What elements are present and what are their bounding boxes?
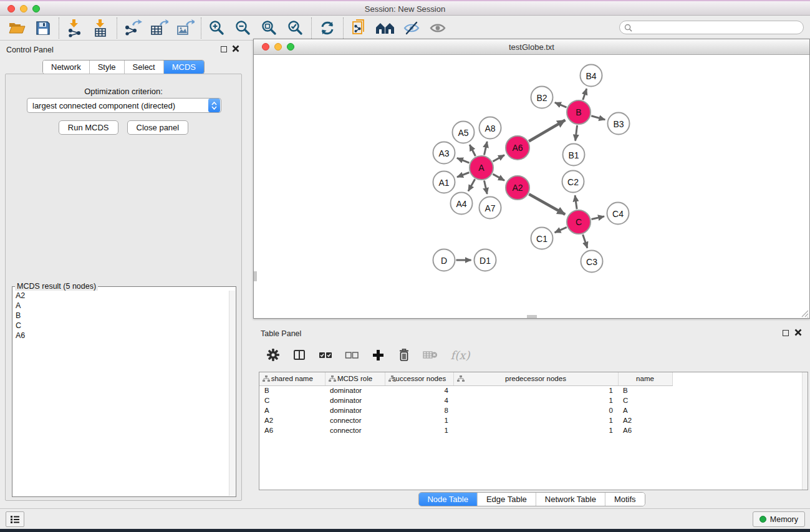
table-row[interactable]: Adominator80A [259, 405, 672, 415]
graph-edge[interactable] [529, 194, 565, 214]
graph-edge[interactable] [457, 158, 470, 163]
table-row[interactable]: Cdominator41C [259, 395, 672, 405]
graph-node[interactable]: B3 [607, 112, 630, 135]
zoom-selected-button[interactable] [282, 17, 309, 39]
graph-edge[interactable] [591, 116, 605, 120]
graph-node[interactable]: C [566, 210, 591, 235]
graph-edge[interactable] [583, 235, 587, 248]
table-cell[interactable]: C [618, 395, 672, 405]
zoom-out-button[interactable] [230, 17, 256, 39]
table-row[interactable]: A6connector11A6 [259, 425, 672, 435]
table-cell[interactable]: A2 [618, 415, 672, 425]
table-cell[interactable]: B [259, 385, 325, 395]
network-canvas[interactable]: B4B2BB3A8A5A6A3B1AC2A1A2A4A7C4CC1DD1C3 [254, 55, 809, 318]
table-cell[interactable]: 1 [453, 415, 618, 425]
function-builder-button[interactable]: f(x) [448, 346, 473, 364]
table-cell[interactable]: A2 [259, 415, 325, 425]
graph-edge[interactable] [468, 179, 475, 191]
graph-edge[interactable] [576, 125, 577, 141]
graph-edge[interactable] [529, 120, 565, 142]
network-vertical-scrollbar[interactable] [254, 271, 257, 281]
import-table-button[interactable] [88, 17, 114, 39]
graph-edge[interactable] [493, 155, 504, 162]
export-image-button[interactable] [172, 17, 198, 39]
graph-node[interactable]: C2 [562, 170, 585, 193]
table-cell[interactable]: connector [325, 415, 385, 425]
close-panel-button[interactable]: Close panel [127, 120, 189, 135]
graph-node[interactable]: D1 [474, 249, 497, 272]
table-row[interactable]: A2connector11A2 [259, 415, 672, 425]
tab-edge-table[interactable]: Edge Table [478, 493, 536, 506]
graph-node[interactable]: A7 [479, 196, 502, 220]
float-table-panel-icon[interactable] [783, 330, 789, 336]
table-cell[interactable]: 4 [385, 395, 453, 405]
column-header-successor-nodes[interactable]: successor nodes [385, 372, 453, 385]
graph-edge[interactable] [470, 145, 475, 156]
tab-mcds[interactable]: MCDS [164, 60, 204, 74]
import-network-button[interactable] [62, 17, 88, 39]
memory-button[interactable]: Memory [753, 511, 805, 527]
criterion-select[interactable]: largest connected component (directed) [27, 98, 221, 113]
graph-node[interactable]: B2 [531, 86, 554, 109]
graph-node[interactable]: A2 [505, 175, 530, 200]
graph-node[interactable]: A1 [433, 171, 456, 194]
float-panel-icon[interactable] [221, 46, 227, 52]
export-network-button[interactable] [120, 17, 146, 39]
select-all-button[interactable] [317, 346, 334, 364]
graph-edge[interactable] [484, 142, 487, 155]
resize-grip-icon[interactable] [800, 309, 809, 317]
graph-node[interactable]: C4 [607, 202, 630, 225]
list-item[interactable]: A6 [13, 331, 229, 341]
table-cell[interactable]: 1 [385, 415, 453, 425]
graph-node[interactable]: B4 [580, 64, 603, 87]
table-scrollbar[interactable] [802, 372, 808, 490]
search-field[interactable] [619, 21, 804, 34]
zoom-in-button[interactable] [204, 17, 230, 39]
tab-node-table[interactable]: Node Table [418, 493, 478, 506]
graph-node[interactable]: B [566, 100, 591, 125]
graph-node[interactable]: A6 [505, 135, 530, 160]
table-cell[interactable]: A6 [259, 425, 325, 435]
graph-edge[interactable] [457, 173, 469, 177]
list-item[interactable]: A2 [13, 291, 229, 301]
column-header-predecessor-nodes[interactable]: predecessor nodes [453, 372, 618, 385]
graph-edge[interactable] [555, 227, 567, 232]
first-neighbors-button[interactable] [372, 17, 398, 39]
table-cell[interactable]: dominator [325, 395, 385, 405]
table-cell[interactable]: A [259, 405, 325, 415]
table-cell[interactable]: 0 [453, 405, 618, 415]
tab-network-table[interactable]: Network Table [536, 493, 605, 506]
table-cell[interactable]: 1 [453, 425, 618, 435]
refresh-button[interactable] [314, 17, 340, 39]
task-history-button[interactable] [6, 511, 24, 527]
graph-node[interactable]: A [469, 155, 494, 180]
table-cell[interactable]: C [259, 395, 325, 405]
show-all-button[interactable] [425, 17, 451, 39]
network-window-titlebar[interactable]: testGlobe.txt [254, 39, 809, 55]
graph-node[interactable]: C3 [581, 250, 604, 273]
column-header-name[interactable]: name [618, 372, 672, 385]
graph-node[interactable]: A4 [450, 192, 473, 215]
graph-node[interactable]: A8 [479, 117, 502, 140]
graph-node[interactable]: A3 [433, 142, 456, 165]
column-header-MCDS-role[interactable]: MCDS role [325, 372, 385, 385]
graph-node[interactable]: C1 [531, 227, 554, 250]
network-horizontal-scrollbar[interactable] [527, 315, 537, 318]
close-panel-icon[interactable] [232, 45, 239, 52]
table-cell[interactable]: 8 [385, 405, 453, 415]
delete-table-button[interactable] [422, 346, 439, 364]
mcds-list-scrollbar[interactable] [229, 291, 235, 496]
table-cell[interactable]: connector [325, 425, 385, 435]
tab-motifs[interactable]: Motifs [605, 493, 645, 506]
graph-edge[interactable] [575, 195, 577, 209]
search-input[interactable] [635, 23, 803, 32]
table-cell[interactable]: B [618, 385, 672, 395]
run-mcds-button[interactable]: Run MCDS [59, 120, 118, 135]
deselect-all-button[interactable] [343, 346, 360, 364]
save-session-button[interactable] [30, 17, 56, 39]
list-item[interactable]: B [13, 311, 229, 321]
gear-button[interactable] [264, 346, 282, 364]
graph-edge[interactable] [484, 181, 487, 195]
column-layout-button[interactable] [291, 346, 308, 364]
table-cell[interactable]: 4 [385, 385, 453, 395]
